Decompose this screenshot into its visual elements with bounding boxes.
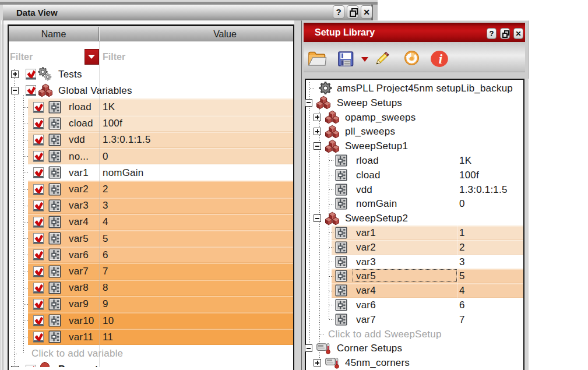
svg-text:i: i [439, 52, 443, 66]
